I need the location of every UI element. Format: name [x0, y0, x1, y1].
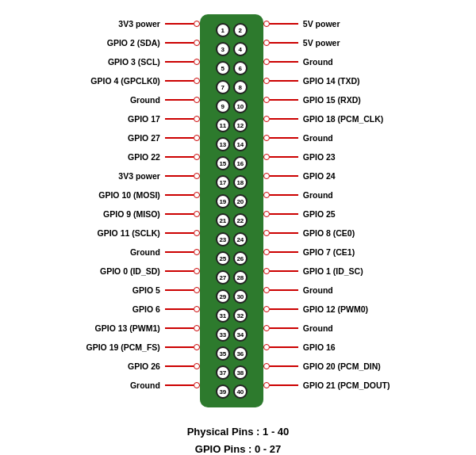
right-pin-row: GPIO 18 (PCM_CLK) — [263, 109, 384, 128]
left-pin-row: Ground — [130, 376, 200, 395]
pin-number: 23 — [216, 232, 230, 247]
left-pin-label: Ground — [130, 95, 160, 105]
pin-line — [165, 175, 194, 177]
pin-line — [270, 232, 298, 234]
pin-line — [270, 194, 298, 196]
pin-line — [165, 194, 194, 196]
pin-line — [270, 346, 298, 348]
left-pin-label: GPIO 22 — [128, 152, 160, 162]
left-pin-row: GPIO 5 — [132, 281, 200, 300]
pin-line — [270, 270, 298, 272]
pin-number: 14 — [233, 137, 248, 151]
pin-pair: 1516 — [216, 154, 248, 173]
left-pin-label: GPIO 5 — [132, 285, 160, 295]
left-pin-label: GPIO 4 (GPCLK0) — [90, 76, 160, 86]
right-pin-row: Ground — [263, 319, 333, 338]
pin-number: 7 — [216, 80, 230, 94]
right-pin-label: GPIO 14 (TXD) — [303, 76, 360, 86]
pin-pair: 2324 — [216, 230, 248, 249]
pin-dot — [194, 363, 200, 369]
pin-line — [270, 308, 298, 310]
pin-dot — [194, 135, 200, 141]
right-pin-label: Ground — [303, 190, 333, 200]
pin-line — [165, 365, 194, 367]
right-pin-column: 5V power5V powerGroundGPIO 14 (TXD)GPIO … — [263, 14, 390, 395]
pin-dot — [194, 249, 200, 255]
left-pin-label: Ground — [130, 380, 160, 390]
left-pin-row: Ground — [130, 90, 200, 109]
right-pin-label: GPIO 8 (CE0) — [303, 228, 355, 238]
right-pin-row: 5V power — [263, 33, 340, 52]
right-pin-row: GPIO 23 — [263, 147, 336, 166]
pin-number: 30 — [233, 289, 248, 304]
right-pin-row: GPIO 14 (TXD) — [263, 71, 360, 90]
pin-pair: 2526 — [216, 249, 248, 268]
pin-line — [270, 384, 298, 386]
pin-line — [165, 232, 194, 234]
pin-number: 33 — [216, 327, 230, 342]
pin-number: 34 — [233, 327, 248, 342]
pin-dot — [263, 192, 270, 198]
pin-line — [270, 118, 298, 120]
pin-dot — [263, 40, 270, 46]
pin-number: 40 — [233, 384, 248, 399]
left-pin-row: GPIO 27 — [128, 128, 200, 147]
right-pin-row: GPIO 16 — [263, 338, 336, 357]
right-pin-label: GPIO 1 (ID_SC) — [303, 266, 363, 276]
pin-dot — [263, 249, 270, 255]
pin-dot — [194, 78, 200, 84]
pin-dot — [194, 230, 200, 236]
right-pin-row: GPIO 21 (PCM_DOUT) — [263, 376, 390, 395]
pin-dot — [263, 21, 270, 27]
pin-pair: 3536 — [216, 344, 248, 363]
pin-line — [165, 251, 194, 253]
pin-line — [165, 289, 194, 291]
pin-dot — [263, 363, 270, 369]
right-pin-label: GPIO 23 — [303, 152, 336, 162]
pin-line — [270, 289, 298, 291]
pin-pair: 2728 — [216, 268, 248, 287]
pin-dot — [263, 325, 270, 331]
right-pin-row: GPIO 25 — [263, 205, 336, 224]
right-pin-label: GPIO 12 (PWM0) — [303, 304, 368, 314]
pin-pair: 1920 — [216, 192, 248, 211]
pin-line — [270, 365, 298, 367]
pin-line — [270, 327, 298, 329]
pin-line — [270, 99, 298, 101]
pin-line — [165, 118, 194, 120]
pin-number: 15 — [216, 156, 230, 170]
left-pin-row: Ground — [130, 243, 200, 262]
pin-pair: 56 — [216, 59, 248, 78]
pin-number: 27 — [216, 270, 230, 285]
pin-number: 32 — [233, 308, 248, 323]
pin-line — [165, 23, 194, 25]
pin-number: 12 — [233, 118, 248, 132]
left-pin-label: GPIO 13 (PWM1) — [95, 323, 160, 333]
pin-number: 35 — [216, 346, 230, 361]
left-pin-row: GPIO 13 (PWM1) — [95, 319, 200, 338]
right-pin-row: GPIO 20 (PCM_DIN) — [263, 357, 381, 376]
pin-line — [165, 61, 194, 63]
right-pin-label: GPIO 24 — [303, 171, 336, 181]
left-pin-label: GPIO 6 — [132, 304, 160, 314]
left-pin-label: GPIO 17 — [128, 114, 160, 124]
left-pin-row: 3V3 power — [118, 14, 200, 33]
right-pin-row: Ground — [263, 281, 333, 300]
pin-number: 13 — [216, 137, 230, 151]
right-pin-label: GPIO 25 — [303, 209, 336, 219]
pin-number: 21 — [216, 213, 230, 228]
pin-number: 11 — [216, 118, 230, 132]
pin-line — [270, 175, 298, 177]
gpio-pins-label: GPIO Pins : 0 - 27 — [187, 441, 290, 455]
pin-dot — [194, 192, 200, 198]
pin-number: 20 — [233, 194, 248, 208]
right-pin-label: GPIO 20 (PCM_DIN) — [303, 361, 381, 371]
pin-number: 39 — [216, 384, 230, 399]
right-pin-label: GPIO 18 (PCM_CLK) — [303, 114, 384, 124]
pin-dot — [194, 325, 200, 331]
pin-dot — [194, 116, 200, 122]
pin-number: 29 — [216, 289, 230, 304]
left-pin-row: GPIO 11 (SCLK) — [97, 224, 199, 243]
pin-pair: 910 — [216, 97, 248, 116]
pin-line — [165, 327, 194, 329]
